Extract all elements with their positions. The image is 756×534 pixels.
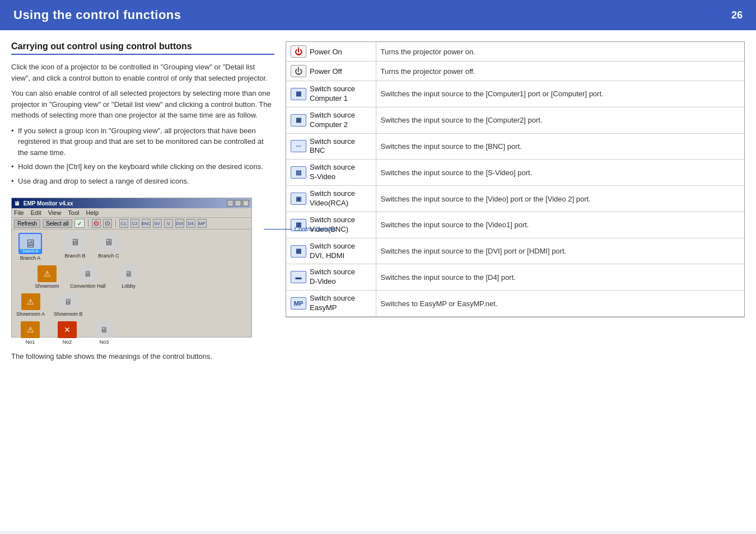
bullet-item-3: Use drag and drop to select a range of d… [11, 176, 274, 187]
menu-help[interactable]: Help [86, 209, 99, 216]
row-icon: MP [291, 297, 306, 310]
row-icon-cell: ▤ Switch sourceS-Video [286, 160, 376, 186]
page-header: Using the control functions 26 [0, 0, 756, 30]
toolbar-dvideo-icon[interactable]: D4 [186, 219, 195, 228]
win-minimize-btn[interactable]: _ [227, 200, 234, 207]
row-icon: ⏻ [291, 45, 306, 58]
row-icon-cell: ⏻ Power Off [286, 62, 376, 81]
toolbar-dvi-icon[interactable]: DVI [175, 219, 184, 228]
menu-edit[interactable]: Edit [31, 209, 41, 216]
branch-b-icon[interactable]: 🖥 Branch B [53, 233, 86, 259]
toolbar-bnc-icon[interactable]: BNC [142, 219, 151, 228]
row-icon: ▦ [291, 88, 306, 100]
row-description: Turns the projector power on. [376, 42, 744, 62]
menu-view[interactable]: View [48, 209, 62, 216]
page-number: 26 [731, 10, 743, 21]
right-panel: ⏻ Power On Turns the projector power on.… [286, 41, 745, 519]
no3-icon[interactable]: 🖥 No3 [90, 321, 118, 345]
toolbar-video-icon[interactable]: V [164, 219, 173, 228]
toolbar-comp2-icon[interactable]: C2 [130, 219, 139, 228]
row-icon: ⏻ [291, 65, 306, 77]
branch-a-badge: Search A [20, 249, 41, 253]
showroom-a-icon[interactable]: ⚠ Showroom A [16, 293, 45, 317]
row-description: Switches the input source to the [Video]… [376, 186, 744, 212]
toolbar-easymp-icon[interactable]: MP [198, 219, 207, 228]
conv-hall-label: Convention Hall [70, 283, 106, 289]
row-description: Switches the input source to the [Comput… [376, 107, 744, 133]
row-label: Power Off [310, 67, 342, 76]
bullet-item-1: If you select a group icon in "Grouping … [11, 125, 274, 158]
showroom-b-icon[interactable]: 🖥 Showroom B [54, 293, 83, 317]
page-title: Using the control functions [13, 8, 181, 22]
menu-tool[interactable]: Tool [68, 209, 79, 216]
toolbar-power-on-icon[interactable]: ⏻ [92, 219, 101, 228]
row-icon-cell: ··· Switch sourceBNC [286, 133, 376, 160]
branch-c-img: 🖥 [98, 233, 119, 252]
table-row: ▦ Switch sourceVideo(BNC) Switches the i… [286, 212, 744, 238]
table-row: ▬ Switch sourceD-Video Switches the inpu… [286, 264, 744, 291]
branch-a-img: 🖥 Search A [18, 233, 42, 254]
row-btn-cell: ▦ Switch sourceComputer 1 [291, 85, 371, 104]
table-row: ··· Switch sourceBNC Switches the input … [286, 133, 744, 160]
no1-icon[interactable]: ⚠ No1 [16, 321, 44, 345]
row-label: Switch sourceS-Video [310, 163, 355, 182]
row-icon-cell: ⏻ Power On [286, 42, 376, 62]
no2-label: No2 [63, 339, 72, 345]
toolbar-svideo-icon[interactable]: SV [153, 219, 162, 228]
annotation-line [264, 229, 292, 229]
conv-hall-icon[interactable]: 🖥 Convention Hall [70, 265, 106, 289]
lobby-label: Lobby [122, 283, 136, 289]
table-row: ▣ Switch sourceVideo(RCA) Switches the i… [286, 186, 744, 212]
win-menubar: File Edit View Tool Help [12, 208, 251, 218]
screenshot-box: 🖥 EMP Monitor v4.xx _ □ × File Edit View… [11, 198, 252, 338]
row-label: Switch sourceD-Video [310, 268, 355, 287]
left-panel: Carrying out control using control butto… [11, 41, 286, 519]
row-label: Power On [310, 48, 342, 56]
showroom-a-label: Showroom A [16, 311, 45, 317]
no3-img: 🖥 [95, 321, 114, 338]
row-label: Switch sourceDVI, HDMI [310, 242, 355, 261]
row-description: Switches the input source to the [DVI] p… [376, 238, 744, 264]
row-label: Switch sourceVideo(RCA) [310, 189, 355, 208]
no2-icon[interactable]: ✕ No2 [53, 321, 81, 345]
lobby-img: 🖥 [119, 265, 138, 282]
row-icon-cell: MP Switch sourceEasyMP [286, 291, 376, 317]
table-row: ▤ Switch sourceS-Video Switches the inpu… [286, 160, 744, 186]
win-close-btn[interactable]: × [242, 200, 249, 207]
row-icon-cell: ▣ Switch sourceVideo(RCA) [286, 186, 376, 212]
row-label: Switch sourceComputer 2 [310, 111, 355, 130]
no3-label: No3 [100, 339, 109, 345]
row-description: Switches to EasyMP or EasyMP.net. [376, 291, 744, 317]
row-btn-cell: ▬ Switch sourceD-Video [291, 268, 371, 287]
row-description: Turns the projector power off. [376, 62, 744, 81]
control-table: ⏻ Power On Turns the projector power on.… [286, 42, 744, 317]
row-btn-cell: ⏻ Power Off [291, 65, 371, 77]
row-icon-cell: ▦ Switch sourceVideo(BNC) [286, 212, 376, 238]
row-btn-cell: ▤ Switch sourceS-Video [291, 163, 371, 182]
toolbar-comp1-icon[interactable]: C1 [119, 219, 128, 228]
row-description: Switches the input source to the [Video1… [376, 212, 744, 238]
toolbar-power-off-icon[interactable]: ⏻ [103, 219, 112, 228]
menu-file[interactable]: File [14, 209, 24, 216]
refresh-btn[interactable]: Refresh [14, 219, 40, 228]
icon-row-1: 🖥 Search A Branch A 🖥 Branch B 🖥 Branch … [16, 233, 247, 261]
win-maximize-btn[interactable]: □ [235, 200, 241, 207]
row-label: Switch sourceBNC [310, 137, 355, 156]
conv-hall-img: 🖥 [78, 265, 97, 282]
row-description: Switches the input source to the [Comput… [376, 81, 744, 107]
row-icon: ▤ [291, 166, 306, 179]
row-btn-cell: ··· Switch sourceBNC [291, 137, 371, 156]
lobby-icon[interactable]: 🖥 Lobby [115, 265, 143, 289]
branch-a-icon[interactable]: 🖥 Search A Branch A [16, 233, 44, 261]
control-btns-annotation: Control buttons [264, 226, 336, 232]
branch-c-icon[interactable]: 🖥 Branch C [95, 233, 123, 259]
no1-label: No1 [26, 339, 35, 345]
row-btn-cell: ▦ Switch sourceDVI, HDMI [291, 242, 371, 261]
icon-row-3: ⚠ Showroom A 🖥 Showroom B [16, 293, 247, 317]
bullet-item-2: Hold down the [Ctrl] key on the keyboard… [11, 161, 274, 172]
table-row: ⏻ Power Off Turns the projector power of… [286, 62, 744, 81]
showroom-icon[interactable]: ⚠ Showroom [33, 265, 61, 289]
branch-a-label: Branch A [20, 255, 41, 261]
select-all-btn[interactable]: Select all [43, 219, 72, 228]
table-row: ▦ Switch sourceComputer 1 Switches the i… [286, 81, 744, 107]
